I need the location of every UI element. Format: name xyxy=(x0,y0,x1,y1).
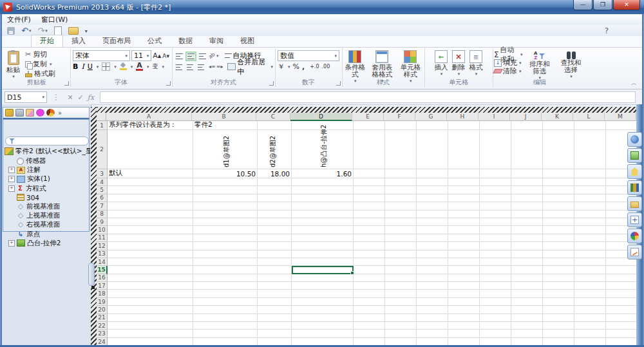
cell-K18[interactable] xyxy=(543,290,574,297)
cell-H7[interactable] xyxy=(448,202,480,210)
paste-button[interactable]: 粘贴 ▾ xyxy=(5,50,22,82)
cell-C12[interactable] xyxy=(258,242,292,250)
row-header-4[interactable]: 4 xyxy=(97,178,108,186)
cell-I9[interactable] xyxy=(480,218,511,226)
cell-B22[interactable] xyxy=(193,322,258,330)
cell-F12[interactable] xyxy=(385,242,417,250)
format-cells-button[interactable]: 格式▾ xyxy=(468,49,485,79)
cell-A4[interactable] xyxy=(108,178,193,186)
cell-F22[interactable] xyxy=(385,322,417,330)
cell-C7[interactable] xyxy=(258,202,292,210)
cell-B13[interactable] xyxy=(193,250,258,258)
panel-splitter-handle[interactable] xyxy=(88,263,95,286)
tree-item-注解[interactable]: +注解 xyxy=(3,165,90,174)
cell-F19[interactable] xyxy=(385,298,417,306)
cell-E20[interactable] xyxy=(354,306,385,314)
column-header-M[interactable]: M xyxy=(605,113,636,121)
column-header-K[interactable]: K xyxy=(542,113,573,121)
cell-K17[interactable] xyxy=(543,282,574,290)
cell-E1[interactable] xyxy=(354,121,385,130)
cell-B9[interactable] xyxy=(193,218,258,226)
cell-F15[interactable] xyxy=(385,266,417,274)
cell-K22[interactable] xyxy=(543,322,574,330)
cell-J14[interactable] xyxy=(511,258,543,266)
cell-C6[interactable] xyxy=(258,194,292,202)
cell-I6[interactable] xyxy=(480,194,511,202)
cell-F16[interactable] xyxy=(385,274,417,282)
cell-L18[interactable] xyxy=(574,290,606,297)
comma-style-button[interactable]: , xyxy=(302,62,305,71)
bold-button[interactable]: B xyxy=(73,62,78,71)
tree-item-右视基准面[interactable]: 右视基准面 xyxy=(3,220,90,229)
cell-B8[interactable] xyxy=(193,211,258,218)
row-header-20[interactable]: 20 xyxy=(97,306,108,314)
cell-J8[interactable] xyxy=(511,211,543,218)
cell-G2[interactable] xyxy=(417,130,448,169)
cell-F3[interactable] xyxy=(385,169,417,178)
cell-C4[interactable] xyxy=(258,178,292,186)
propertymanager-icon[interactable] xyxy=(15,109,24,117)
tab-审阅[interactable]: 审阅 xyxy=(201,35,232,47)
cell-I4[interactable] xyxy=(480,178,511,186)
cell-B14[interactable] xyxy=(193,258,258,266)
cell-K2[interactable] xyxy=(543,130,574,169)
displaymanager-icon[interactable] xyxy=(46,109,55,117)
cell-E19[interactable] xyxy=(354,298,385,306)
cell-G11[interactable] xyxy=(417,234,448,242)
cell-K12[interactable] xyxy=(543,242,574,250)
cell-L12[interactable] xyxy=(574,242,606,250)
tab-页面布局[interactable]: 页面布局 xyxy=(94,35,139,47)
cell-D4[interactable] xyxy=(292,178,354,186)
cell-M22[interactable] xyxy=(606,322,636,330)
cell-E23[interactable] xyxy=(354,330,385,337)
cell-A7[interactable] xyxy=(108,202,193,210)
file-explorer-button[interactable] xyxy=(627,196,642,211)
cell-H18[interactable] xyxy=(448,290,480,297)
cell-I15[interactable] xyxy=(480,266,511,274)
cell-H1[interactable] xyxy=(448,121,480,130)
column-header-J[interactable]: J xyxy=(510,113,542,121)
cell-I16[interactable] xyxy=(480,274,511,282)
cell-B5[interactable] xyxy=(193,186,258,194)
cell-F11[interactable] xyxy=(385,234,417,242)
cell-C2[interactable]: d2@草图2 xyxy=(258,130,292,169)
cell-E13[interactable] xyxy=(354,250,385,258)
cell-G4[interactable] xyxy=(417,178,448,186)
cell-B15[interactable] xyxy=(193,266,258,274)
cell-C9[interactable] xyxy=(258,218,292,226)
cell-B2[interactable]: d1@草图2 xyxy=(193,130,258,169)
cell-L22[interactable] xyxy=(574,322,606,330)
cell-I7[interactable] xyxy=(480,202,511,210)
cell-L17[interactable] xyxy=(574,282,606,290)
cell-G6[interactable] xyxy=(417,194,448,202)
cell-C13[interactable] xyxy=(258,250,292,258)
cell-K6[interactable] xyxy=(543,194,574,202)
cell-C11[interactable] xyxy=(258,234,292,242)
cell-H12[interactable] xyxy=(448,242,480,250)
cell-A6[interactable] xyxy=(108,194,193,202)
cell-E11[interactable] xyxy=(354,234,385,242)
tree-item-方程式[interactable]: +方程式 xyxy=(3,184,90,193)
cell-A21[interactable] xyxy=(108,314,193,322)
home-button[interactable] xyxy=(627,164,642,179)
cell-I14[interactable] xyxy=(480,258,511,266)
cell-H19[interactable] xyxy=(448,298,480,306)
column-header-L[interactable]: L xyxy=(573,113,605,121)
tab-数据[interactable]: 数据 xyxy=(170,35,201,47)
cell-F18[interactable] xyxy=(385,290,417,297)
column-header-A[interactable]: A xyxy=(106,113,192,121)
cell-F17[interactable] xyxy=(385,282,417,290)
row-header-14[interactable]: 14 xyxy=(97,258,108,266)
merge-center-button[interactable]: 合并后居中▾ xyxy=(227,57,273,77)
menu-item[interactable]: 文件(F) xyxy=(2,14,36,25)
row-header-13[interactable]: 13 xyxy=(97,250,108,258)
cell-B20[interactable] xyxy=(193,306,258,314)
cell-C23[interactable] xyxy=(258,330,292,337)
view-palette-button[interactable] xyxy=(627,212,642,227)
cell-H21[interactable] xyxy=(448,314,480,322)
cell-H23[interactable] xyxy=(448,330,480,337)
cell-D18[interactable] xyxy=(292,290,354,297)
tree-root-item[interactable]: 零件2 (默认<<默认>_显示状态 xyxy=(5,147,90,156)
cell-C20[interactable] xyxy=(258,306,292,314)
cell-E10[interactable] xyxy=(354,226,385,234)
